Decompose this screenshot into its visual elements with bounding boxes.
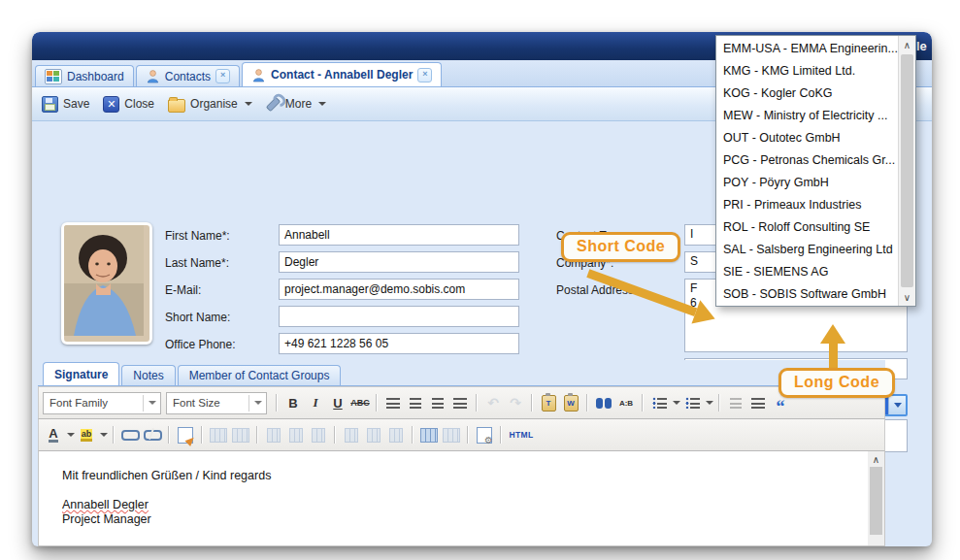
tab-contacts[interactable]: Contacts × (136, 65, 240, 86)
align-left-button[interactable] (382, 392, 404, 413)
col-before-button[interactable] (341, 424, 362, 445)
cell-properties-button[interactable] (230, 424, 251, 445)
html-source-button[interactable]: HTML (507, 424, 536, 445)
align-center-icon (410, 398, 421, 409)
font-color-button[interactable]: A (43, 424, 64, 445)
bottom-section: Signature Notes Member of Contact Groups… (38, 360, 885, 546)
dropdown-item[interactable]: MEW - Ministry of Electricity ... (716, 104, 898, 126)
dropdown-scrollbar[interactable]: ∧ ∨ (898, 36, 915, 306)
signature-blank-line (62, 483, 868, 498)
chevron-down-icon (143, 395, 158, 412)
paste-as-text-button[interactable]: T (538, 392, 559, 413)
email-input[interactable] (279, 279, 519, 300)
long-code-arrow (820, 324, 845, 371)
tab-contact-annabell-degler[interactable]: Contact - Annabell Degler × (242, 62, 442, 86)
dropdown-item[interactable]: ROL - Roloff Consulting SE (716, 215, 898, 238)
unlink-button[interactable] (142, 424, 163, 445)
dropdown-item[interactable]: EMM-USA - EMMA Engineerin... (716, 37, 898, 59)
edit-block-button[interactable] (175, 424, 196, 445)
font-family-select[interactable]: Font Family (43, 392, 161, 414)
chevron-down-icon[interactable] (67, 433, 75, 437)
editor-scrollbar[interactable]: ∧ (868, 451, 884, 545)
scroll-up-icon[interactable]: ∧ (899, 36, 915, 53)
dropdown-item[interactable]: POY - Pöyry GmbH (716, 171, 898, 193)
font-size-label: Font Size (173, 397, 220, 409)
tab-signature[interactable]: Signature (43, 362, 119, 385)
toolbar-separator (376, 394, 378, 412)
chevron-down-icon (245, 102, 252, 106)
office-phone-input[interactable] (279, 333, 519, 354)
portrait-image (64, 225, 144, 336)
outdent-button[interactable] (725, 392, 746, 413)
combobox-dropdown-button[interactable] (888, 396, 906, 414)
dropdown-item[interactable]: SAL - Salsberg Engineering Ltd (716, 238, 898, 260)
dropdown-item[interactable]: PRI - Primeaux Industries (716, 193, 898, 215)
contact-photo (61, 222, 152, 345)
field-label: Office Phone: (165, 338, 236, 351)
redo-button[interactable]: ↷ (505, 392, 526, 413)
bold-button[interactable]: B (282, 392, 304, 413)
highlight-color-button[interactable]: ab (76, 424, 97, 445)
tab-notes[interactable]: Notes (121, 365, 175, 385)
dropdown-item[interactable]: KMG - KMG Limited Ltd. (716, 59, 898, 82)
save-button[interactable]: Save (42, 96, 89, 113)
corr-code-dropdown-list: EMM-USA - EMMA Engineerin... KMG - KMG L… (715, 35, 916, 307)
dropdown-item[interactable]: SIE - SIEMENS AG (716, 260, 898, 282)
toolbar-separator (412, 426, 414, 444)
first-name-input[interactable] (279, 224, 519, 246)
signature-text[interactable]: Mit freundlichen Grüßen / Kind regards A… (39, 451, 868, 545)
organise-menu-button[interactable]: Organise (168, 96, 252, 113)
italic-button[interactable]: I (305, 392, 326, 413)
tab-dashboard[interactable]: Dashboard (35, 65, 134, 86)
editor-toolbar-row2: A ab (38, 419, 885, 451)
row-delete-button[interactable] (308, 424, 329, 445)
dropdown-item[interactable]: OUT - Outotec GmbH (716, 126, 898, 148)
insert-link-button[interactable] (119, 424, 141, 445)
numbered-list-button[interactable] (681, 392, 703, 413)
chevron-down-icon[interactable] (100, 433, 108, 437)
font-size-select[interactable]: Font Size (166, 392, 267, 414)
tab-close-icon[interactable]: × (215, 69, 230, 83)
link-icon (121, 430, 140, 441)
insert-table-button[interactable] (418, 424, 440, 445)
scroll-up-icon[interactable]: ∧ (873, 451, 879, 467)
last-name-input[interactable] (279, 251, 519, 273)
signature-editor-body[interactable]: Mit freundlichen Grüßen / Kind regards A… (38, 451, 885, 546)
merge-cells-button[interactable] (441, 424, 462, 445)
bullet-list-button[interactable] (648, 392, 670, 413)
row-after-button[interactable] (285, 424, 307, 445)
short-name-input[interactable] (279, 306, 519, 327)
strikethrough-button[interactable]: ABC (349, 392, 371, 413)
scrollbar-thumb[interactable] (870, 467, 882, 535)
bottom-tab-bar: Signature Notes Member of Contact Groups (38, 360, 885, 386)
indent-button[interactable] (747, 392, 769, 413)
dropdown-item[interactable]: PCG - Petronas Chemicals Gr... (716, 148, 898, 171)
dropdown-item[interactable]: KOG - Kogler CoKG (716, 82, 898, 104)
find-button[interactable] (593, 392, 614, 413)
align-justify-icon (453, 398, 467, 409)
align-right-icon (432, 398, 444, 409)
dropdown-item[interactable]: SOB - SOBIS Software GmbH (716, 282, 898, 305)
align-right-button[interactable] (427, 392, 448, 413)
align-center-button[interactable] (405, 392, 426, 413)
title-text-fragment: le (916, 39, 927, 53)
undo-button[interactable]: ↶ (482, 392, 504, 413)
tab-member-of-contact-groups[interactable]: Member of Contact Groups (178, 365, 342, 385)
table-properties-button[interactable] (208, 424, 229, 445)
underline-button[interactable]: U (327, 392, 348, 413)
paste-from-word-button[interactable]: W (560, 392, 581, 413)
scroll-down-icon[interactable]: ∨ (899, 288, 915, 306)
col-delete-button[interactable] (385, 424, 407, 445)
chevron-down-icon[interactable] (706, 401, 713, 405)
col-after-button[interactable] (363, 424, 384, 445)
page-properties-button[interactable]: ⚙ (474, 424, 495, 445)
close-button[interactable]: ✕ Close (103, 96, 154, 113)
find-replace-button[interactable]: A:B (615, 392, 637, 413)
tab-label: Notes (133, 369, 163, 382)
tab-close-icon[interactable]: × (417, 68, 432, 82)
align-justify-button[interactable] (449, 392, 471, 413)
row-before-button[interactable] (263, 424, 284, 445)
more-menu-button[interactable]: More (266, 97, 326, 112)
scrollbar-thumb[interactable] (901, 54, 913, 287)
chevron-down-icon[interactable] (673, 401, 680, 405)
